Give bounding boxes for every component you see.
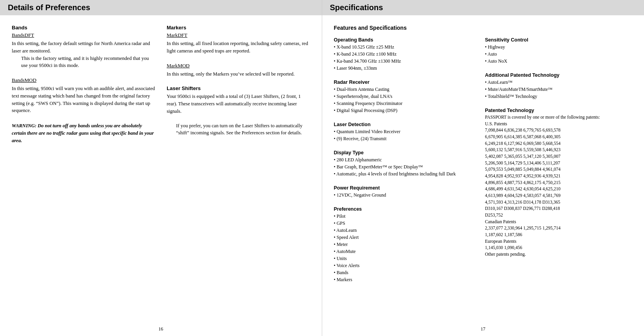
bands-title: Bands bbox=[12, 25, 155, 31]
sc-item-1: Highway bbox=[485, 43, 632, 51]
laser-shifters-title: Laser Shifters bbox=[167, 85, 310, 91]
ob-item-4: Laser 904nm, ±33nm bbox=[334, 65, 481, 72]
left-page-title: Details of Preferences bbox=[8, 3, 314, 12]
right-page-content: Features and Specifications Operating Ba… bbox=[322, 25, 644, 291]
radar-receiver-section: Radar Receiver Dual-Horn Antenna Casting… bbox=[334, 79, 481, 114]
ap-item-2: Mute/AutoMuteTM/SmartMute™ bbox=[485, 86, 632, 93]
display-type-section: Display Type 280 LED Alphanumeric Bar Gr… bbox=[334, 150, 481, 177]
right-page: Specifications Features and Specificatio… bbox=[322, 0, 644, 336]
mark-mod-text: In this setting, only the Markers you’ve… bbox=[167, 70, 310, 78]
specs-left-col: Operating Bands X-band 10.525 GHz ±25 MH… bbox=[334, 37, 481, 291]
display-type-title: Display Type bbox=[334, 150, 481, 155]
dt-item-1: 280 LED Alphanumeric bbox=[334, 156, 481, 163]
mark-dft-link: MarkDFT bbox=[167, 32, 310, 38]
ob-item-1: X-band 10.525 GHz ±25 MHz bbox=[334, 43, 481, 51]
dt-item-3: Automatic, plus 4 levels of fixed bright… bbox=[334, 170, 481, 177]
left-page-header: Details of Preferences bbox=[0, 0, 322, 15]
laser-shifters-text2: If you prefer, you can turn on the Laser… bbox=[176, 122, 310, 137]
pref-item-8: Voice Alerts bbox=[334, 262, 481, 269]
rr-item-3: Scanning Frequency Discriminator bbox=[334, 100, 481, 107]
preferences-title: Preferences bbox=[334, 206, 481, 212]
warning-text: WARNING: Do not turn off any bands unles… bbox=[12, 122, 155, 144]
patented-tech-intro: PASSPORT is covered by one or more of th… bbox=[485, 114, 632, 121]
specs-two-col: Operating Bands X-band 10.525 GHz ±25 MH… bbox=[334, 37, 633, 291]
bands-dft-indent: This is the factory setting, and it is h… bbox=[21, 55, 155, 70]
pref-item-5: Meter bbox=[334, 241, 481, 248]
preferences-section: Preferences Pilot GPS AutoLearn Speed Al… bbox=[334, 206, 481, 283]
markers-laser-col: Markers MarkDFT In this setting, all fix… bbox=[167, 25, 310, 152]
ob-item-2: K-band 24.150 GHz ±100 MHz bbox=[334, 51, 481, 58]
us-patents: 7,098,844 6,836,238 6,779,765 6,693,578 … bbox=[485, 127, 632, 218]
bands-col: Bands BandsDFT In this setting, the fact… bbox=[12, 25, 155, 152]
additional-patented-section: Additional Patented Technology AutoLearn… bbox=[485, 72, 632, 100]
mark-mod-link: MarkMOD bbox=[167, 63, 310, 69]
sensitivity-title: Sensitivity Control bbox=[485, 37, 632, 43]
european-label: European Patents bbox=[485, 238, 632, 245]
additional-patented-title: Additional Patented Technology bbox=[485, 72, 632, 78]
laser-detection-section: Laser Detection Quantum Limited Video Re… bbox=[334, 122, 481, 142]
features-title: Features and Specifications bbox=[334, 25, 633, 31]
operating-bands-section: Operating Bands X-band 10.525 GHz ±25 MH… bbox=[334, 37, 481, 72]
pref-item-10: Markers bbox=[334, 276, 481, 283]
bands-dft-link: BandsDFT bbox=[12, 32, 155, 38]
mark-mod-section: MarkMOD In this setting, only the Marker… bbox=[167, 63, 310, 78]
radar-receiver-title: Radar Receiver bbox=[334, 79, 481, 85]
sensitivity-section: Sensitivity Control Highway Auto Auto No… bbox=[485, 37, 632, 65]
left-page-content: Bands BandsDFT In this setting, the fact… bbox=[0, 25, 322, 152]
patented-technology-section: Patented Technology PASSPORT is covered … bbox=[485, 108, 632, 258]
laser-shifters-section: Laser Shifters Your 9500ci is equipped w… bbox=[167, 85, 310, 137]
page-spread: Details of Preferences Bands BandsDFT In… bbox=[0, 0, 644, 336]
power-req-section: Power Requirement 12VDC, Negative Ground bbox=[334, 185, 481, 199]
canadian-patents: 2,337,077 2,330,964 1,295,715 1,295,714 … bbox=[485, 225, 632, 238]
rr-item-4: Digital Signal Processing (DSP) bbox=[334, 107, 481, 114]
bands-mod-text: In this setting, 9500ci will warn you wi… bbox=[12, 85, 155, 114]
pref-item-7: Units bbox=[334, 255, 481, 262]
right-page-number: 17 bbox=[481, 326, 485, 332]
bands-mod-link: BandsMOD bbox=[12, 77, 155, 83]
ap-item-3: TotalShield™ Technology bbox=[485, 93, 632, 100]
european-patents: 1,145,030 1,090,456 bbox=[485, 244, 632, 251]
us-patents-label: U.S. Patents bbox=[485, 121, 632, 127]
laser-shifters-text1: Your 9500ci is equipped with a total of … bbox=[167, 93, 310, 115]
dt-item-2: Bar Graph, ExpertMeter™ or Spec Display™ bbox=[334, 163, 481, 170]
markers-title: Markers bbox=[167, 25, 310, 31]
operating-bands-title: Operating Bands bbox=[334, 37, 481, 43]
bands-section: Bands BandsDFT In this setting, the fact… bbox=[12, 25, 155, 69]
pr-item-1: 12VDC, Negative Ground bbox=[334, 191, 481, 199]
ld-item-1: Quantum Limited Video Receiver bbox=[334, 128, 481, 135]
pref-item-1: Pilot bbox=[334, 213, 481, 220]
pref-item-9: Bands bbox=[334, 269, 481, 276]
pref-item-4: Speed Alert bbox=[334, 234, 481, 241]
ob-item-3: Ka-band 34.700 GHz ±1300 MHz bbox=[334, 58, 481, 65]
other-patents: Other patents pending. bbox=[485, 251, 632, 258]
pref-item-6: AutoMute bbox=[334, 248, 481, 255]
power-req-title: Power Requirement bbox=[334, 185, 481, 191]
bands-dft-text: In this setting, the factory default set… bbox=[12, 40, 155, 55]
mark-dft-text: In this setting, all fixed location repo… bbox=[167, 40, 310, 55]
markers-section: Markers MarkDFT In this setting, all fix… bbox=[167, 25, 310, 55]
specs-right-col: Sensitivity Control Highway Auto Auto No… bbox=[485, 37, 632, 291]
sc-item-2: Auto bbox=[485, 51, 632, 58]
left-page-number: 16 bbox=[158, 326, 163, 332]
rr-item-1: Dual-Horn Antenna Casting bbox=[334, 86, 481, 93]
bands-mod-section: BandsMOD In this setting, 9500ci will wa… bbox=[12, 77, 155, 114]
left-page: Details of Preferences Bands BandsDFT In… bbox=[0, 0, 322, 336]
ap-item-1: AutoLearn™ bbox=[485, 79, 632, 86]
ld-item-2: (9) Receive, (24) Transmit bbox=[334, 135, 481, 142]
pref-item-2: GPS bbox=[334, 220, 481, 227]
right-page-title: Specifications bbox=[330, 3, 637, 12]
rr-item-2: Superheterodyne, dual LNA’s bbox=[334, 93, 481, 100]
pref-item-3: AutoLearn bbox=[334, 227, 481, 234]
laser-detection-title: Laser Detection bbox=[334, 122, 481, 127]
right-page-header: Specifications bbox=[322, 0, 644, 15]
sc-item-3: Auto NoX bbox=[485, 58, 632, 65]
patented-tech-title: Patented Technology bbox=[485, 108, 632, 113]
warning-section: WARNING: Do not turn off any bands unles… bbox=[12, 122, 155, 144]
canadian-label: Canadian Patents bbox=[485, 219, 632, 225]
left-two-col: Bands BandsDFT In this setting, the fact… bbox=[12, 25, 310, 152]
